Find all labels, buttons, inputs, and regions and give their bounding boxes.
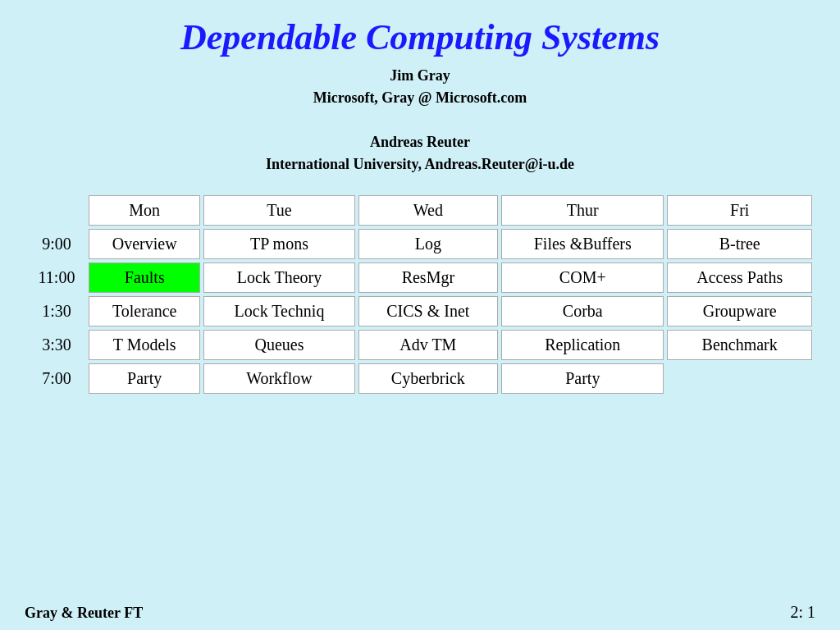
- data-cell: Queues: [203, 330, 354, 360]
- data-cell: Party: [501, 363, 664, 394]
- data-cell: T Models: [89, 330, 200, 360]
- slide: Dependable Computing Systems Jim Gray Mi…: [0, 0, 840, 630]
- data-cell: [667, 363, 812, 394]
- data-cell: Tolerance: [89, 296, 200, 326]
- data-cell: Log: [358, 229, 499, 259]
- data-cell: Access Paths: [667, 262, 812, 293]
- author1-affiliation: Microsoft, Gray @ Microsoft.com: [266, 87, 574, 109]
- author2-affiliation: International University, Andreas.Reuter…: [266, 153, 574, 176]
- table-row: 9:00OverviewTP monsLogFiles &BuffersB-tr…: [28, 229, 812, 259]
- data-cell: Workflow: [203, 363, 354, 394]
- data-cell: CICS & Inet: [358, 296, 499, 326]
- header-row: Mon Tue Wed Thur Fri: [28, 195, 812, 226]
- data-cell: Party: [89, 363, 200, 394]
- header-thur: Thur: [501, 195, 664, 226]
- author2-name: Andreas Reuter: [266, 131, 574, 153]
- data-cell: Adv TM: [358, 330, 499, 360]
- schedule-container: Mon Tue Wed Thur Fri 9:00OverviewTP mons…: [25, 192, 815, 600]
- data-cell: Corba: [501, 296, 664, 326]
- empty-header: [28, 195, 85, 226]
- data-cell: Groupware: [667, 296, 812, 326]
- data-cell: ResMgr: [358, 262, 499, 293]
- data-cell: Overview: [89, 229, 200, 259]
- data-cell: Files &Buffers: [501, 229, 664, 259]
- table-row: 7:00PartyWorkflowCyberbrickParty: [28, 363, 812, 394]
- header-tue: Tue: [203, 195, 354, 226]
- footer-right: 2: 1: [790, 603, 815, 622]
- author1-name: Jim Gray: [266, 65, 574, 87]
- data-cell: Faults: [89, 262, 200, 293]
- data-cell: Cyberbrick: [358, 363, 499, 394]
- time-cell: 3:30: [28, 330, 85, 360]
- header-wed: Wed: [358, 195, 499, 226]
- data-cell: Lock Theory: [203, 262, 354, 293]
- time-cell: 1:30: [28, 296, 85, 326]
- data-cell: Lock Techniq: [203, 296, 354, 326]
- data-cell: COM+: [501, 262, 664, 293]
- table-row: 11:00FaultsLock TheoryResMgrCOM+Access P…: [28, 262, 812, 293]
- footer: Gray & Reuter FT 2: 1: [25, 600, 815, 622]
- author-block: Jim Gray Microsoft, Gray @ Microsoft.com…: [266, 65, 574, 176]
- data-cell: Replication: [501, 330, 664, 360]
- header-fri: Fri: [667, 195, 812, 226]
- data-cell: Benchmark: [667, 330, 812, 360]
- time-cell: 9:00: [28, 229, 85, 259]
- schedule-table: Mon Tue Wed Thur Fri 9:00OverviewTP mons…: [25, 192, 815, 397]
- header-mon: Mon: [89, 195, 200, 226]
- data-cell: TP mons: [203, 229, 354, 259]
- table-row: 3:30T ModelsQueuesAdv TMReplicationBench…: [28, 330, 812, 360]
- main-title: Dependable Computing Systems: [180, 16, 660, 58]
- time-cell: 11:00: [28, 262, 85, 293]
- footer-left: Gray & Reuter FT: [25, 605, 143, 622]
- data-cell: B-tree: [667, 229, 812, 259]
- time-cell: 7:00: [28, 363, 85, 394]
- table-row: 1:30ToleranceLock TechniqCICS & InetCorb…: [28, 296, 812, 326]
